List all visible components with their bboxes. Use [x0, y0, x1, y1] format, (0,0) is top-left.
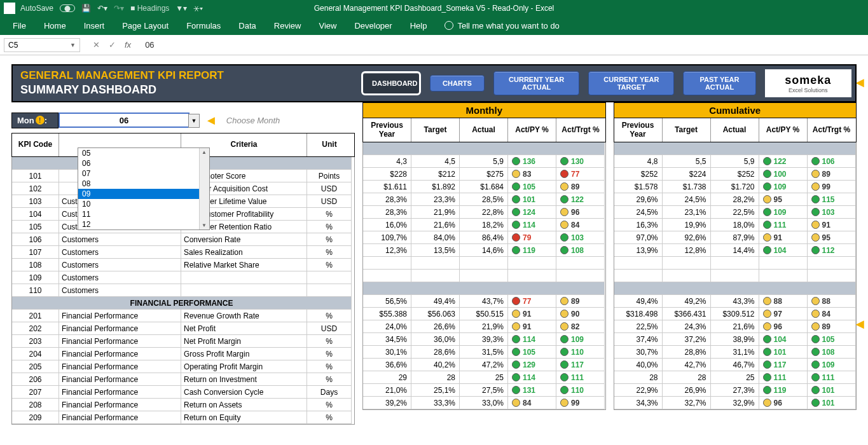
- table-row[interactable]: 56,5%49,4%43,7%7789: [363, 295, 605, 308]
- table-row[interactable]: 209Financial PerformanceReturn on Equity…: [12, 411, 354, 424]
- table-row[interactable]: 28,3%23,3%28,5%101122: [363, 193, 605, 206]
- redo-icon[interactable]: ↷▾: [114, 4, 124, 13]
- table-row[interactable]: 16,3%19,9%18,0%11191: [614, 219, 857, 231]
- tab-view[interactable]: View: [319, 21, 336, 31]
- cancel-icon[interactable]: ✕: [93, 40, 100, 50]
- scrollbar[interactable]: [199, 148, 209, 229]
- month-option[interactable]: 07: [78, 168, 209, 179]
- formula-bar[interactable]: 06: [145, 40, 154, 50]
- table-row[interactable]: 22,5%24,3%21,6%9689: [614, 320, 857, 333]
- cumulative-table[interactable]: 4,85,55,9122106$252$224$25210089$1.578$1…: [614, 142, 857, 410]
- fx-icon[interactable]: fx: [125, 40, 131, 50]
- nav-charts[interactable]: CHARTS: [430, 75, 485, 92]
- tab-file[interactable]: File: [13, 21, 26, 31]
- table-row[interactable]: 29,6%24,5%28,2%95115: [614, 193, 857, 206]
- table-row[interactable]: 34,5%36,0%39,3%114109: [363, 333, 605, 346]
- name-box[interactable]: C5▼: [4, 38, 80, 52]
- table-row[interactable]: [614, 270, 857, 282]
- table-row[interactable]: 36,6%40,2%47,2%129117: [363, 359, 605, 371]
- dropdown-arrow-icon[interactable]: ▼: [188, 114, 200, 128]
- table-row[interactable]: $228$212$2758377: [363, 168, 605, 181]
- col-kpi-code: KPI Code: [12, 134, 59, 156]
- table-row[interactable]: 205Financial PerformanceOperating Profit…: [12, 360, 354, 373]
- table-row[interactable]: $55.388$56.063$50.5159190: [363, 308, 605, 320]
- quick-access-toolbar: AutoSave ⬤ 💾 ↶▾ ↷▾ ■ Headings ▼▾ ⚹▾: [20, 4, 203, 13]
- table-row[interactable]: 282825111111: [614, 371, 857, 384]
- headings-checkbox[interactable]: ■ Headings: [130, 4, 169, 13]
- tab-review[interactable]: Review: [274, 21, 301, 31]
- table-row[interactable]: 203Financial PerformanceNet Profit Margi…: [12, 335, 354, 348]
- table-row[interactable]: 39,2%33,3%33,0%8499: [363, 397, 605, 409]
- table-row[interactable]: 109,7%84,0%86,4%79103: [363, 231, 605, 244]
- undo-icon[interactable]: ↶▾: [97, 4, 107, 13]
- table-row[interactable]: 12,3%13,5%14,6%119108: [363, 244, 605, 257]
- table-row[interactable]: 22,9%26,9%27,3%119101: [614, 384, 857, 397]
- tab-data[interactable]: Data: [238, 21, 256, 31]
- table-row[interactable]: 40,0%42,7%46,7%117109: [614, 359, 857, 371]
- table-row[interactable]: $1.578$1.738$1.72010999: [614, 181, 857, 193]
- table-row[interactable]: 204Financial PerformanceGross Profit Mar…: [12, 348, 354, 360]
- monthly-table[interactable]: 4,34,55,9136130$228$212$2758377$1.611$1.…: [362, 142, 606, 410]
- nav-cy-actual[interactable]: CURRENT YEAR ACTUAL: [493, 71, 579, 95]
- tab-home[interactable]: Home: [44, 21, 66, 31]
- ribbon-tabs: File Home Insert Page Layout Formulas Da…: [0, 16, 868, 35]
- tab-help[interactable]: Help: [410, 21, 427, 31]
- month-select[interactable]: 06 ▼: [59, 113, 189, 128]
- month-option[interactable]: 09: [78, 189, 209, 199]
- month-option[interactable]: 08: [78, 179, 209, 189]
- table-row[interactable]: 30,1%28,6%31,5%105110: [363, 346, 605, 359]
- table-row[interactable]: 207Financial PerformanceCash Conversion …: [12, 386, 354, 399]
- table-row[interactable]: 208Financial PerformanceReturn on Assets…: [12, 399, 354, 411]
- nav-cy-target[interactable]: CURRENT YEAR TARGET: [588, 71, 674, 95]
- worksheet[interactable]: ◄ ◄ GENERAL MANAGEMENT KPI REPORT SUMMAR…: [0, 55, 868, 445]
- month-option[interactable]: 11: [78, 209, 209, 219]
- tab-page-layout[interactable]: Page Layout: [122, 21, 169, 31]
- table-row[interactable]: 24,0%26,6%21,9%9182: [363, 320, 605, 333]
- table-row[interactable]: 106CustomersConversion Rate%: [12, 233, 354, 246]
- report-title: GENERAL MANAGEMENT KPI REPORT: [20, 69, 348, 82]
- table-row[interactable]: 109Customers: [12, 271, 354, 284]
- tab-developer[interactable]: Developer: [354, 21, 392, 31]
- month-option[interactable]: 06: [78, 158, 209, 168]
- table-row[interactable]: 49,4%49,2%43,3%8888: [614, 295, 857, 308]
- table-row[interactable]: 21,0%25,1%27,5%131110: [363, 384, 605, 397]
- table-row[interactable]: 24,5%23,1%22,5%109103: [614, 206, 857, 219]
- table-row[interactable]: 110Customers: [12, 284, 354, 297]
- table-row[interactable]: 97,0%92,6%87,9%9195: [614, 231, 857, 244]
- table-row[interactable]: 4,34,55,9136130: [363, 155, 605, 168]
- table-row[interactable]: 206Financial PerformanceReturn on Invest…: [12, 373, 354, 386]
- autosave-toggle[interactable]: ⬤: [60, 4, 75, 12]
- table-row[interactable]: 292825114111: [363, 371, 605, 384]
- table-row[interactable]: 30,7%28,8%31,1%101108: [614, 346, 857, 359]
- table-row[interactable]: 201Financial PerformanceRevenue Growth R…: [12, 310, 354, 322]
- month-option[interactable]: 12: [78, 219, 209, 229]
- tab-formulas[interactable]: Formulas: [186, 21, 221, 31]
- tell-me[interactable]: Tell me what you want to do: [444, 21, 559, 31]
- table-row[interactable]: 13,9%12,8%14,4%104112: [614, 244, 857, 257]
- table-row[interactable]: 28,3%21,9%22,8%12496: [363, 206, 605, 219]
- table-row[interactable]: 4,85,55,9122106: [614, 155, 857, 168]
- table-row[interactable]: $318.498$366.431$309.5129784: [614, 308, 857, 320]
- enter-icon[interactable]: ✓: [109, 40, 116, 50]
- tab-insert[interactable]: Insert: [84, 21, 105, 31]
- table-row[interactable]: [363, 270, 605, 282]
- table-row[interactable]: 202Financial PerformanceNet ProfitUSD: [12, 322, 354, 335]
- sort-icon[interactable]: ⚹▾: [193, 4, 203, 13]
- table-row[interactable]: 34,3%32,7%32,9%96101: [614, 397, 857, 409]
- table-row[interactable]: [614, 257, 857, 270]
- table-row[interactable]: 37,4%37,2%38,9%104105: [614, 333, 857, 346]
- month-option[interactable]: 10: [78, 199, 209, 209]
- table-row[interactable]: $252$224$25210089: [614, 168, 857, 181]
- month-option[interactable]: 05: [78, 148, 209, 158]
- table-row[interactable]: 16,0%21,6%18,2%11484: [363, 219, 605, 231]
- save-icon[interactable]: 💾: [81, 4, 91, 13]
- filter-icon[interactable]: ▼▾: [176, 4, 187, 13]
- table-row[interactable]: 107CustomersSales Realization%: [12, 246, 354, 259]
- month-dropdown-list[interactable]: 0506070809101112: [78, 147, 210, 230]
- app-icon: [4, 3, 15, 14]
- nav-py-actual[interactable]: PAST YEAR ACTUAL: [683, 71, 755, 95]
- table-row[interactable]: 108CustomersRelative Market Share%: [12, 259, 354, 271]
- nav-dashboard[interactable]: DASHBOARD: [361, 71, 421, 95]
- table-row[interactable]: $1.611$1.892$1.68410589: [363, 181, 605, 193]
- table-row[interactable]: [363, 257, 605, 270]
